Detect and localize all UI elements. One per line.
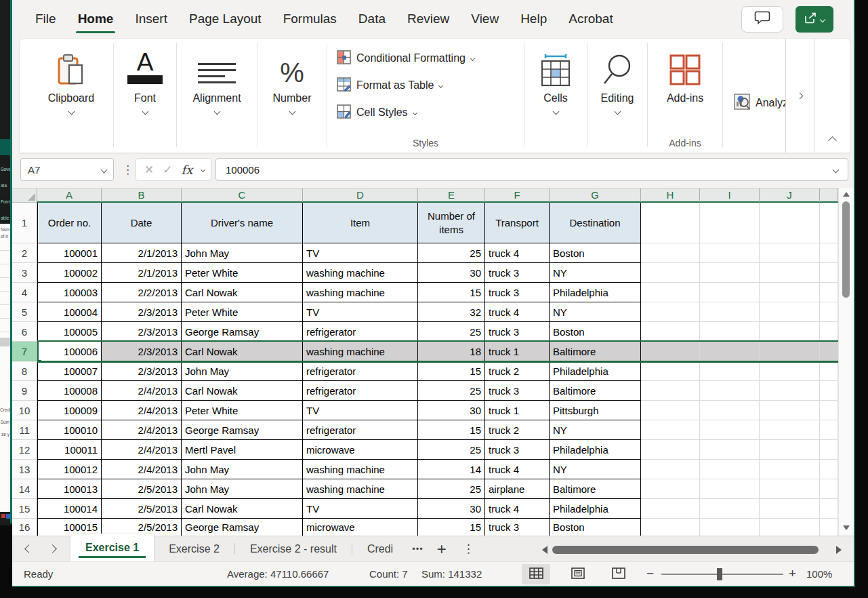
- cell-G12[interactable]: Philadelphia: [550, 440, 641, 460]
- cell-I13[interactable]: [700, 460, 760, 479]
- cell-I8[interactable]: [700, 361, 760, 381]
- cell-A15[interactable]: 100014: [37, 499, 102, 519]
- zoom-out-button[interactable]: −: [646, 566, 654, 581]
- cell-F8[interactable]: truck 2: [485, 361, 550, 381]
- row-header-2[interactable]: 2: [12, 243, 37, 263]
- cell-H2[interactable]: [641, 243, 700, 263]
- cell-J7[interactable]: [760, 342, 820, 361]
- cell-styles-button[interactable]: Cell Styles: [337, 102, 524, 123]
- cell-C4[interactable]: Carl Nowak: [182, 283, 303, 302]
- more-sheets-dots[interactable]: •••: [408, 536, 428, 561]
- cell-B14[interactable]: 2/5/2013: [102, 479, 182, 499]
- enter-icon[interactable]: ✓: [163, 163, 172, 177]
- cell-G16[interactable]: Boston: [550, 519, 641, 536]
- cell-F16[interactable]: truck 3: [485, 519, 550, 536]
- cell-G11[interactable]: NY: [550, 420, 641, 440]
- cell-B10[interactable]: 2/4/2013: [102, 401, 182, 420]
- cell-E13[interactable]: 14: [418, 460, 485, 479]
- cell-K16[interactable]: [820, 519, 838, 536]
- cell-F6[interactable]: truck 3: [485, 322, 550, 342]
- cell-K13[interactable]: [820, 460, 838, 479]
- cell-D4[interactable]: washing machine: [303, 283, 418, 302]
- cell-C7[interactable]: Carl Nowak: [182, 342, 303, 361]
- cell-K2[interactable]: [820, 243, 838, 263]
- row-header-6[interactable]: 6: [12, 322, 37, 342]
- cell-A8[interactable]: 100007: [37, 361, 102, 381]
- cell-F2[interactable]: truck 4: [485, 243, 550, 263]
- cell-C11[interactable]: George Ramsay: [182, 420, 303, 440]
- cell-F11[interactable]: truck 2: [485, 420, 550, 440]
- sheet-tab-exercise-1[interactable]: Exercise 1: [70, 534, 154, 561]
- row-header-11[interactable]: 11: [12, 420, 37, 440]
- cell-G13[interactable]: NY: [550, 460, 641, 479]
- cell-B7[interactable]: 2/3/2013: [102, 342, 182, 361]
- cell-H12[interactable]: [641, 440, 700, 460]
- cell-I10[interactable]: [700, 401, 760, 420]
- cell-H1[interactable]: [641, 203, 700, 243]
- cell-D5[interactable]: TV: [303, 302, 418, 322]
- cell-J11[interactable]: [760, 420, 820, 440]
- cell-J6[interactable]: [760, 322, 820, 342]
- cell-F7[interactable]: truck 1: [485, 342, 550, 361]
- cell-E4[interactable]: 15: [418, 283, 485, 302]
- cell-A2[interactable]: 100001: [37, 243, 102, 263]
- cell-D16[interactable]: microwave: [303, 519, 418, 536]
- cell-I2[interactable]: [700, 243, 760, 263]
- row-header-12[interactable]: 12: [12, 440, 37, 460]
- cell-K10[interactable]: [820, 401, 838, 420]
- cell-K8[interactable]: [820, 361, 838, 381]
- cell-C13[interactable]: John May: [182, 460, 303, 479]
- cell-J2[interactable]: [760, 243, 820, 263]
- cell-E7[interactable]: 18: [418, 342, 485, 361]
- cell-C3[interactable]: Peter White: [182, 263, 303, 283]
- number-group-button[interactable]: % Number: [257, 39, 327, 153]
- cell-G10[interactable]: Pittsburgh: [550, 401, 641, 420]
- cell-H9[interactable]: [641, 381, 700, 401]
- comments-button[interactable]: [741, 6, 783, 33]
- cell-K7[interactable]: [820, 342, 838, 361]
- cell-G1[interactable]: Destination: [550, 203, 641, 243]
- column-header-F[interactable]: F: [485, 188, 550, 203]
- zoom-level[interactable]: 100%: [806, 568, 832, 580]
- cell-K14[interactable]: [820, 479, 838, 499]
- cell-D3[interactable]: washing machine: [303, 263, 418, 283]
- share-button[interactable]: [795, 6, 833, 33]
- cell-H13[interactable]: [641, 460, 700, 479]
- sheet-tab-exercise-2[interactable]: Exercise 2: [154, 536, 234, 561]
- cell-I15[interactable]: [700, 499, 760, 519]
- cell-H11[interactable]: [641, 420, 700, 440]
- column-header-I[interactable]: I: [700, 188, 760, 203]
- cell-C9[interactable]: Carl Nowak: [182, 381, 303, 401]
- cell-B11[interactable]: 2/4/2013: [102, 420, 182, 440]
- row-header-13[interactable]: 13: [12, 460, 37, 479]
- insert-function-icon[interactable]: fx: [182, 163, 193, 177]
- cell-B3[interactable]: 2/1/2013: [102, 263, 182, 283]
- column-header-C[interactable]: C: [182, 188, 303, 203]
- cell-I9[interactable]: [700, 381, 760, 401]
- cell-I12[interactable]: [700, 440, 760, 460]
- row-header-5[interactable]: 5: [12, 302, 37, 322]
- cell-C8[interactable]: John May: [182, 361, 303, 381]
- ribbon-expand-strip[interactable]: [785, 39, 814, 153]
- menu-data[interactable]: Data: [348, 6, 396, 32]
- zoom-in-button[interactable]: +: [789, 566, 796, 581]
- font-group-button[interactable]: A Font: [114, 39, 176, 153]
- cancel-icon[interactable]: ✕: [144, 163, 154, 177]
- cell-I4[interactable]: [700, 283, 760, 302]
- cell-D10[interactable]: TV: [303, 401, 418, 420]
- scroll-up-arrow[interactable]: [843, 192, 850, 197]
- cell-B2[interactable]: 2/1/2013: [102, 243, 182, 263]
- cell-J3[interactable]: [760, 263, 820, 283]
- cell-J5[interactable]: [760, 302, 820, 322]
- cell-G7[interactable]: Baltimore: [550, 342, 641, 361]
- cell-A1[interactable]: Order no.: [37, 203, 102, 243]
- name-box[interactable]: A7: [20, 158, 114, 181]
- cell-F10[interactable]: truck 1: [485, 401, 550, 420]
- cell-B15[interactable]: 2/5/2013: [102, 499, 182, 519]
- cell-H16[interactable]: [641, 519, 700, 536]
- cell-E9[interactable]: 25: [418, 381, 485, 401]
- cell-H4[interactable]: [641, 283, 700, 302]
- clipboard-group-button[interactable]: Clipboard: [29, 39, 113, 153]
- formula-bar-dots[interactable]: ⋮: [122, 163, 133, 177]
- cell-A9[interactable]: 100008: [37, 381, 102, 401]
